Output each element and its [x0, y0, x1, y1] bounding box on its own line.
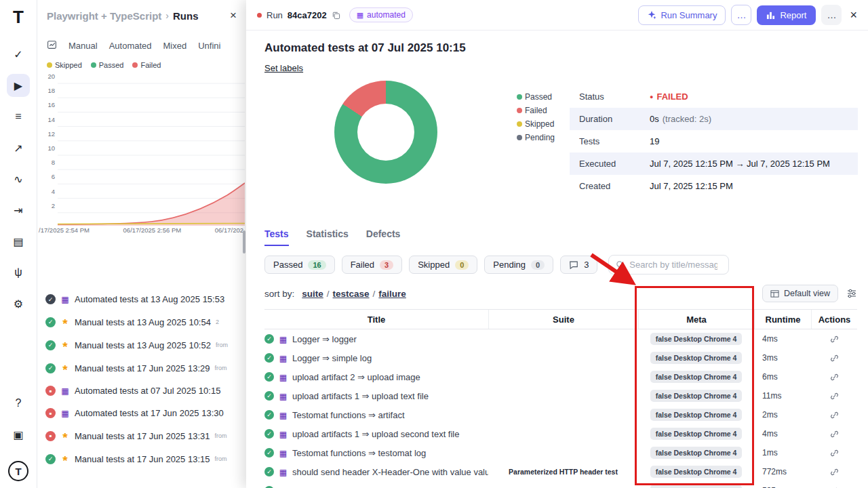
automated-test-icon	[279, 372, 288, 382]
check-icon[interactable]: ✓	[7, 43, 30, 66]
test-title[interactable]: Testomat functions ⇒ testomat log	[292, 448, 426, 458]
table-row[interactable]: upload artifact 2 ⇒ upload image false D…	[264, 367, 857, 386]
sort-suite-link[interactable]: suite	[302, 289, 323, 299]
filter-label: Passed	[273, 260, 302, 270]
column-title[interactable]: Title	[264, 314, 488, 325]
launch-icon[interactable]: ↗	[7, 136, 30, 159]
automated-badge[interactable]: automated	[349, 7, 413, 22]
copy-run-id-button[interactable]	[332, 11, 340, 20]
filter-chip[interactable]: Passed 16	[264, 256, 335, 274]
run-list-item[interactable]: Automated tests at 07 Jul 2025 10:15	[37, 380, 246, 402]
default-view-button[interactable]: Default view	[762, 285, 838, 302]
run-list-item[interactable]: Automated tests at 13 Aug 2025 15:53	[37, 288, 246, 310]
import-icon[interactable]: ⇥	[7, 199, 30, 222]
list-icon[interactable]: ≡	[7, 105, 30, 128]
run-title: Manual tests at 13 Aug 2025 10:54	[75, 317, 211, 327]
branch-icon[interactable]: ψ	[7, 261, 30, 284]
link-icon	[830, 430, 839, 439]
run-list-item[interactable]: Manual tests at 13 Aug 2025 10:52 from	[37, 333, 246, 357]
tab-automated[interactable]: Automated	[109, 41, 152, 51]
test-title[interactable]: should send header X-Header-Two with val…	[292, 486, 488, 488]
table-row[interactable]: Logger ⇒ simple log false Desktop Chrome…	[264, 348, 857, 367]
tab-tests[interactable]: Tests	[264, 228, 289, 246]
tab-mixed[interactable]: Mixed	[163, 41, 187, 51]
comment-icon	[569, 260, 578, 270]
automated-test-icon	[279, 467, 288, 477]
test-title[interactable]: should send header X-Header-One with val…	[292, 467, 488, 477]
legend-dot	[47, 62, 52, 68]
test-title[interactable]: upload artifacts 1 ⇒ upload text file	[292, 391, 429, 401]
sort-failure-link[interactable]: failure	[378, 289, 406, 299]
tab-defects[interactable]: Defects	[366, 228, 401, 246]
test-title[interactable]: upload artifacts 1 ⇒ upload second text …	[292, 429, 460, 439]
reports-icon[interactable]: ▤	[7, 230, 30, 253]
runs-play-icon[interactable]: ▶	[7, 74, 30, 97]
filter-chip[interactable]: Skipped 0	[409, 256, 477, 274]
pulse-icon[interactable]: ∿	[7, 167, 30, 190]
run-list-item[interactable]: Manual tests at 13 Aug 2025 10:54 2	[37, 310, 246, 333]
tab-unfinished[interactable]: Unfini	[198, 41, 220, 51]
test-actions[interactable]	[811, 354, 857, 363]
automated-test-icon	[279, 334, 288, 344]
breadcrumb-project[interactable]: Playwright + TypeScript	[47, 10, 161, 22]
table-row[interactable]: upload artifacts 1 ⇒ upload text file fa…	[264, 386, 857, 405]
view-settings-sliders-icon[interactable]	[846, 288, 857, 299]
more-actions-button[interactable]: …	[821, 5, 842, 25]
column-meta[interactable]: Meta	[638, 310, 754, 329]
link-icon	[830, 411, 839, 420]
run-summary-button[interactable]: Run Summary	[638, 5, 726, 25]
run-list-item[interactable]: Automated tests at 17 Jun 2025 13:30	[37, 402, 246, 424]
set-labels-link[interactable]: Set labels	[264, 63, 303, 73]
table-row[interactable]: upload artifacts 1 ⇒ upload second text …	[264, 424, 857, 443]
column-actions[interactable]: Actions	[811, 310, 857, 329]
column-runtime[interactable]: Runtime	[754, 310, 811, 329]
test-actions[interactable]	[811, 373, 857, 382]
sort-testcase-link[interactable]: testcase	[333, 289, 370, 299]
test-actions[interactable]	[811, 335, 857, 344]
filter-chip[interactable]: Failed 3	[342, 256, 403, 274]
automated-test-icon	[279, 391, 288, 401]
run-list-item[interactable]: Manual tests at 17 Jun 2025 13:29 from	[37, 357, 246, 380]
test-title[interactable]: upload artifact 2 ⇒ upload image	[292, 372, 420, 382]
run-status-icon	[45, 294, 56, 304]
table-row[interactable]: should send header X-Header-One with val…	[264, 462, 857, 481]
legend-label: Passed	[525, 92, 552, 102]
filter-count-badge: 16	[308, 260, 326, 270]
table-row[interactable]: Logger ⇒ logger false Desktop Chrome 4 4…	[264, 329, 857, 348]
tab-manual[interactable]: Manual	[68, 41, 98, 51]
test-meta-badge: false Desktop Chrome 4	[650, 390, 743, 402]
test-actions[interactable]	[811, 468, 857, 476]
run-type-icon	[60, 363, 70, 373]
table-row[interactable]: Testomat functions ⇒ artifact false Desk…	[264, 405, 857, 424]
test-title[interactable]: Logger ⇒ logger	[292, 334, 357, 344]
table-row[interactable]: Testomat functions ⇒ testomat log false …	[264, 443, 857, 462]
test-title[interactable]: Logger ⇒ simple log	[292, 353, 372, 363]
comments-filter-chip[interactable]: 3	[560, 256, 597, 274]
test-title[interactable]: Testomat functions ⇒ artifact	[292, 410, 405, 420]
run-list-item[interactable]: Manual tests at 17 Jun 2025 13:15 from	[37, 447, 246, 470]
report-button[interactable]: Report	[757, 5, 816, 25]
user-avatar[interactable]: T	[8, 461, 28, 481]
test-actions[interactable]	[811, 430, 857, 439]
info-value: FAILED	[650, 92, 688, 102]
test-actions[interactable]	[811, 449, 857, 458]
summary-more-button[interactable]: …	[731, 5, 751, 25]
tab-statistics[interactable]: Statistics	[307, 228, 349, 246]
close-panel-icon[interactable]: ×	[230, 9, 237, 22]
help-icon[interactable]: ?	[7, 392, 30, 415]
settings-gear-icon[interactable]: ⚙	[7, 292, 30, 315]
run-status-icon	[45, 317, 56, 327]
search-box	[608, 255, 729, 274]
column-suite[interactable]: Suite	[488, 310, 638, 329]
docs-icon[interactable]: ▣	[7, 423, 30, 446]
test-actions[interactable]	[811, 392, 857, 401]
chart-tab-icon[interactable]	[47, 39, 57, 52]
run-list-item[interactable]: Manual tests at 17 Jun 2025 13:31 from	[37, 424, 246, 447]
scrollbar-thumb[interactable]	[243, 230, 245, 253]
search-input[interactable]	[629, 260, 717, 270]
test-actions[interactable]	[811, 411, 857, 420]
close-detail-icon[interactable]: ×	[850, 8, 857, 22]
automated-test-icon	[279, 448, 288, 458]
table-row[interactable]: should send header X-Header-Two with val…	[264, 481, 857, 488]
filter-chip[interactable]: Pending 0	[484, 256, 553, 274]
